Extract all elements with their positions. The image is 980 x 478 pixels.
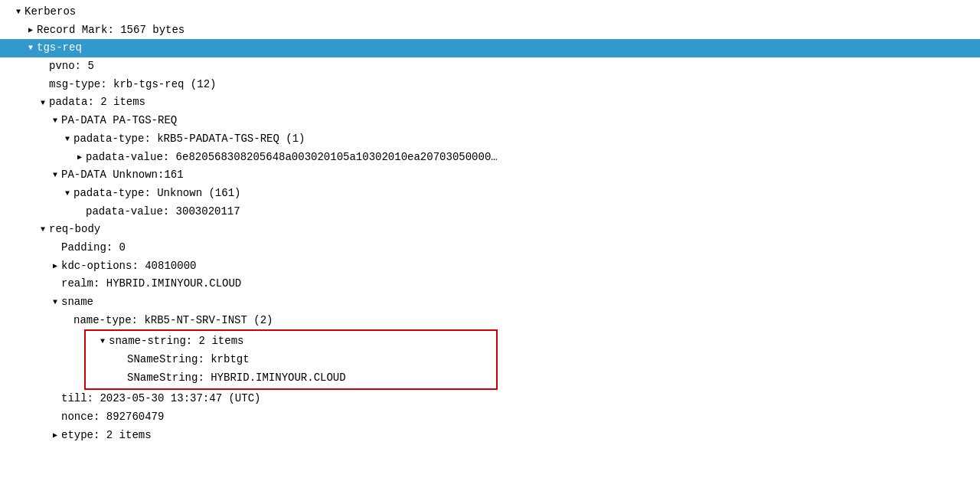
etype-row[interactable]: etype: 2 items <box>0 427 980 445</box>
etype-label: etype: 2 items <box>61 427 152 444</box>
record-mark-row[interactable]: Record Mark: 1567 bytes <box>0 21 980 40</box>
sname-string-label: sname-string: 2 items <box>109 333 243 350</box>
pa-data-unknown-row[interactable]: PA-DATA Unknown:161 <box>0 166 980 185</box>
sname-arrow <box>49 296 61 309</box>
padata-value-1-arrow <box>74 152 86 164</box>
padata-type-label: padata-type: kRB5-PADATA-TGS-REQ (1) <box>74 131 305 148</box>
kdc-options-label: kdc-options: 40810000 <box>61 258 196 275</box>
padata-label: padata: 2 items <box>49 94 145 111</box>
sname-string-2-label: SNameString: HYBRID.IMINYOUR.CLOUD <box>127 370 346 387</box>
kdc-options-arrow <box>49 260 61 273</box>
kerberos-root-row[interactable]: Kerberos <box>0 3 980 21</box>
packet-tree: Kerberos Record Mark: 1567 bytes tgs-req… <box>0 0 980 448</box>
tgs-req-row[interactable]: tgs-req <box>0 39 980 57</box>
tgs-req-arrow <box>24 42 37 54</box>
pa-data-unknown-arrow <box>49 169 61 182</box>
record-mark-label: Record Mark: 1567 bytes <box>37 22 185 39</box>
sname-string-2-row[interactable]: SNameString: HYBRID.IMINYOUR.CLOUD <box>90 369 492 388</box>
padata-arrow <box>37 97 49 110</box>
sname-string-1-label: SNameString: krbtgt <box>127 352 250 368</box>
pa-data-unknown-label: PA-DATA Unknown:161 <box>61 167 184 184</box>
realm-row[interactable]: realm: HYBRID.IMINYOUR.CLOUD <box>0 275 980 293</box>
nonce-row[interactable]: nonce: 892760479 <box>0 408 980 427</box>
pvno-row[interactable]: pvno: 5 <box>0 57 980 76</box>
padata-value-1-label: padata-value: 6e820568308205648a00302010… <box>86 149 498 166</box>
padata-type-161-arrow <box>61 188 74 200</box>
padata-value-1-row[interactable]: padata-value: 6e820568308205648a00302010… <box>0 149 980 167</box>
etype-arrow <box>49 430 61 442</box>
sname-string-highlight: sname-string: 2 items SNameString: krbtg… <box>84 329 498 390</box>
pa-data-tgs-req-arrow <box>49 115 61 127</box>
padata-row[interactable]: padata: 2 items <box>0 93 980 112</box>
msg-type-row[interactable]: msg-type: krb-tgs-req (12) <box>0 76 980 94</box>
padata-value-2-label: padata-value: 3003020117 <box>86 204 240 221</box>
name-type-row[interactable]: name-type: kRB5-NT-SRV-INST (2) <box>0 312 980 330</box>
padata-type-arrow <box>61 133 74 146</box>
req-body-row[interactable]: req-body <box>0 221 980 239</box>
padata-value-2-row[interactable]: padata-value: 3003020117 <box>0 203 980 221</box>
sname-label: sname <box>61 294 93 311</box>
req-body-label: req-body <box>49 221 100 238</box>
pvno-label: pvno: 5 <box>49 58 94 75</box>
sname-string-row[interactable]: sname-string: 2 items <box>90 332 492 351</box>
sname-string-arrow <box>96 336 109 348</box>
msg-type-label: msg-type: krb-tgs-req (12) <box>49 77 216 93</box>
tgs-req-label: tgs-req <box>37 40 82 57</box>
kerberos-arrow <box>12 6 24 18</box>
padding-label: Padding: 0 <box>61 240 126 257</box>
padata-type-161-label: padata-type: Unknown (161) <box>74 185 240 202</box>
till-label: till: 2023-05-30 13:37:47 (UTC) <box>61 391 260 408</box>
sname-string-1-row[interactable]: SNameString: krbtgt <box>90 351 492 369</box>
nonce-label: nonce: 892760479 <box>61 409 164 426</box>
record-mark-arrow <box>24 25 37 37</box>
pa-data-tgs-req-row[interactable]: PA-DATA PA-TGS-REQ <box>0 112 980 130</box>
sname-row[interactable]: sname <box>0 293 980 312</box>
padata-type-row[interactable]: padata-type: kRB5-PADATA-TGS-REQ (1) <box>0 130 980 149</box>
req-body-arrow <box>37 224 49 236</box>
name-type-label: name-type: kRB5-NT-SRV-INST (2) <box>74 313 273 329</box>
realm-label: realm: HYBRID.IMINYOUR.CLOUD <box>61 276 241 293</box>
pa-data-tgs-req-label: PA-DATA PA-TGS-REQ <box>61 113 177 129</box>
kerberos-label: Kerberos <box>24 4 76 21</box>
kdc-options-row[interactable]: kdc-options: 40810000 <box>0 257 980 276</box>
till-row[interactable]: till: 2023-05-30 13:37:47 (UTC) <box>0 390 980 408</box>
padding-row[interactable]: Padding: 0 <box>0 239 980 257</box>
padata-type-161-row[interactable]: padata-type: Unknown (161) <box>0 185 980 203</box>
